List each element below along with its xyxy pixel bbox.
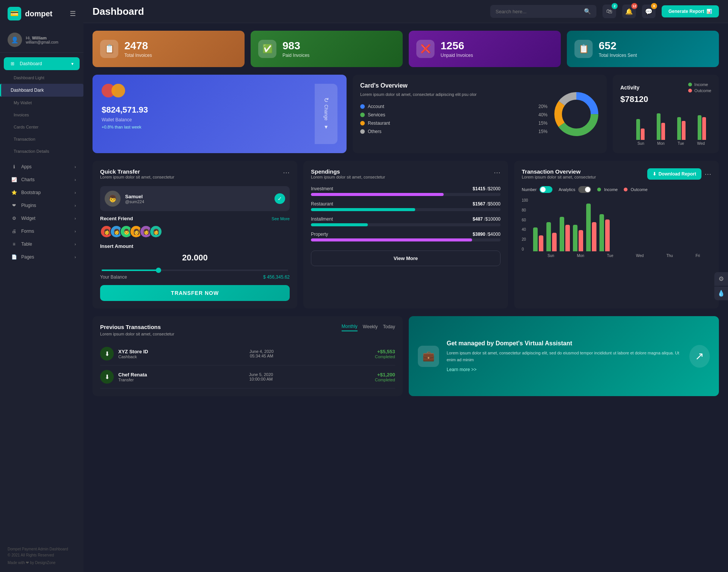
spendings-dots-menu[interactable]: ⋯ bbox=[494, 168, 500, 177]
balance-value: $ 456,345.62 bbox=[263, 274, 290, 280]
search-input[interactable] bbox=[496, 9, 581, 14]
activity-chart-labels: Sun Mon Tue Wed bbox=[620, 141, 711, 146]
paid-invoices-info: 983 Paid Invoices bbox=[282, 40, 309, 58]
transaction-overview-card: Transaction Overview Lorem ipsum dolor s… bbox=[514, 161, 719, 309]
download-report-label: Download Report bbox=[659, 171, 696, 177]
spending-restaurant: Restaurant $1567 /$5000 bbox=[311, 201, 500, 211]
tx-sub-chef: Transfer bbox=[118, 378, 147, 382]
sidebar-item-forms[interactable]: 🖨 Forms › bbox=[0, 225, 83, 238]
sidebar-item-charts[interactable]: 📈 Charts › bbox=[0, 173, 83, 186]
bag-icon-btn[interactable]: 🛍 2 bbox=[602, 5, 616, 18]
number-toggle[interactable] bbox=[540, 186, 552, 193]
overview-desc: Lorem ipsum dolor sit amet, consectetur … bbox=[360, 91, 548, 98]
side-droplet-button[interactable]: 💧 bbox=[714, 287, 728, 300]
sidebar-footer: Dompet Payment Admin Dashboard © 2021 Al… bbox=[0, 540, 83, 572]
bootstrap-icon: ⭐ bbox=[11, 190, 17, 195]
sidebar-item-dashboard-dark[interactable]: Dashboard Dark bbox=[0, 84, 83, 97]
bar-group-sun bbox=[533, 227, 543, 251]
tab-monthly[interactable]: Monthly bbox=[342, 324, 358, 331]
account-pct: 20% bbox=[538, 104, 548, 109]
label-mon: Mon bbox=[657, 141, 664, 146]
sidebar-item-label: Transaction Details bbox=[14, 149, 49, 154]
transfer-now-button[interactable]: TRANSFER NOW bbox=[100, 285, 290, 301]
installment-label: Installment bbox=[311, 216, 333, 222]
outcome-legend: Outcome bbox=[688, 88, 711, 93]
page-title: Dashboard bbox=[93, 6, 484, 17]
amount-slider[interactable] bbox=[102, 270, 288, 271]
paid-invoices-icon: ✅ bbox=[258, 40, 276, 58]
bell-icon-btn[interactable]: 🔔 12 bbox=[622, 5, 636, 18]
quick-transfer-desc: Lorem ipsum dolor sit amet, consectetur bbox=[100, 175, 174, 179]
chat-icon-btn[interactable]: 💬 8 bbox=[642, 5, 656, 18]
dots-menu-icon[interactable]: ⋯ bbox=[283, 168, 290, 177]
tx-result-xyz: +$5,553 Completed bbox=[375, 349, 395, 359]
sidebar-item-bootstrap[interactable]: ⭐ Bootstrap › bbox=[0, 186, 83, 199]
tx-chart-container: 100 80 60 40 20 0 bbox=[522, 198, 711, 258]
analytics-toggle[interactable] bbox=[578, 186, 591, 193]
mon-income-bar bbox=[546, 222, 551, 251]
tx-date-xyz: June 4, 2020 05:34:45 AM bbox=[153, 349, 370, 358]
services-dot bbox=[360, 113, 365, 117]
overview-item-restaurant: Restaurant 15% bbox=[360, 121, 548, 126]
table-icon: ≡ bbox=[11, 241, 17, 247]
total-sent-num: 652 bbox=[599, 40, 637, 52]
hamburger-icon[interactable]: ☰ bbox=[70, 9, 76, 18]
property-vals: $3890 /$4000 bbox=[473, 232, 500, 237]
topbar: Dashboard 🔍 🛍 2 🔔 12 💬 8 Generate Report… bbox=[83, 0, 728, 23]
download-report-button[interactable]: ⬇ Download Report bbox=[647, 168, 701, 180]
tx-dots-menu[interactable]: ⋯ bbox=[704, 170, 711, 178]
income-bar bbox=[698, 115, 701, 140]
wallet-change-button[interactable]: ↻ Change ▾ bbox=[315, 84, 337, 144]
recent-friends-header: Recent Friend See More bbox=[100, 216, 290, 221]
sidebar-item-plugins[interactable]: ❤ Plugins › bbox=[0, 199, 83, 212]
tab-weekly[interactable]: Weekly bbox=[363, 324, 378, 331]
activity-chart-wrap: Sun Mon Tue Wed bbox=[620, 110, 711, 146]
see-more-link[interactable]: See More bbox=[271, 216, 290, 221]
sidebar-item-label: Dashboard Dark bbox=[11, 88, 44, 93]
spendings-header: Spendings Lorem ipsum dolor sit amet, co… bbox=[311, 168, 500, 185]
generate-report-button[interactable]: Generate Report 📊 bbox=[662, 5, 719, 17]
forms-icon: 🖨 bbox=[11, 229, 17, 234]
sidebar-item-transaction-details[interactable]: Transaction Details bbox=[0, 145, 83, 157]
tx-analytics-toggle: Analytics bbox=[559, 186, 591, 193]
middle-row: $824,571.93 Wallet Balance +0.8% than la… bbox=[93, 75, 719, 153]
stat-card-total-invoices: 📋 2478 Total Invoices bbox=[93, 31, 245, 67]
total-invoices-label: Total Invoices bbox=[124, 53, 152, 58]
sidebar-item-transaction[interactable]: Transaction bbox=[0, 133, 83, 145]
prev-tx-title: Previous Transactions bbox=[100, 324, 174, 330]
side-widgets: ⚙ 💧 bbox=[714, 272, 728, 300]
sidebar-item-my-wallet[interactable]: My Wallet bbox=[0, 97, 83, 109]
investment-bar bbox=[311, 193, 500, 196]
bar-group-wed bbox=[573, 225, 583, 251]
thu-outcome-bar bbox=[592, 222, 596, 251]
y-40: 40 bbox=[522, 227, 530, 232]
topbar-icons: 🛍 2 🔔 12 💬 8 bbox=[602, 5, 656, 18]
side-settings-button[interactable]: ⚙ bbox=[714, 272, 728, 286]
sidebar-item-widget[interactable]: ⚙ Widget › bbox=[0, 212, 83, 225]
sidebar-item-dashboard-light[interactable]: Dashboard Light bbox=[0, 72, 83, 84]
sidebar-item-apps[interactable]: ℹ Apps › bbox=[0, 160, 83, 173]
sidebar-item-cards-center[interactable]: Cards Center bbox=[0, 121, 83, 133]
property-label: Property bbox=[311, 232, 328, 237]
contact-handle: @sum224 bbox=[125, 199, 144, 204]
sidebar-item-pages[interactable]: 📄 Pages › bbox=[0, 251, 83, 263]
y-80: 80 bbox=[522, 208, 530, 212]
sidebar-logo: 💳 dompet ☰ bbox=[0, 0, 83, 27]
wed-income-bar bbox=[573, 225, 577, 251]
outcome-bar bbox=[702, 117, 706, 140]
wed-outcome-bar bbox=[579, 230, 583, 251]
activity-title: Activity bbox=[620, 85, 640, 91]
bar-group-mon bbox=[546, 222, 557, 251]
activity-legend: Income Outcome bbox=[688, 82, 711, 93]
tab-today[interactable]: Today bbox=[383, 324, 395, 331]
va-learn-more[interactable]: Learn more >> bbox=[447, 367, 682, 372]
tx-label-wed: Wed bbox=[636, 254, 643, 258]
sidebar-item-dashboard[interactable]: ⊞ Dashboard ▼ bbox=[4, 57, 80, 70]
user-email: william@gmail.com bbox=[26, 40, 58, 44]
sidebar-item-invoices[interactable]: Invoices bbox=[0, 109, 83, 121]
installment-fill bbox=[311, 223, 368, 226]
avatar: 👤 bbox=[8, 33, 22, 47]
view-more-button[interactable]: View More bbox=[311, 251, 500, 266]
sidebar-item-table[interactable]: ≡ Table › bbox=[0, 238, 83, 251]
main-content: Dashboard 🔍 🛍 2 🔔 12 💬 8 Generate Report… bbox=[83, 0, 728, 572]
